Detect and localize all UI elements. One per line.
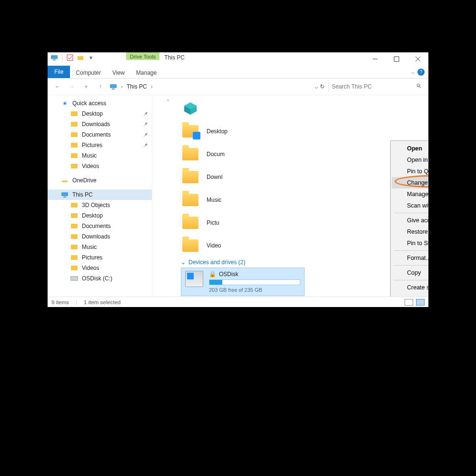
drive-name-visible: OSDisk	[219, 271, 238, 278]
folder-label: Pictu	[207, 219, 219, 226]
folder-icon	[70, 110, 78, 118]
menu-separator	[394, 265, 428, 266]
menu-item-open-in-new-window[interactable]: Open in new window	[392, 154, 428, 166]
sidebar-item-downloads[interactable]: Downloads	[48, 231, 152, 242]
cube-icon	[181, 99, 200, 118]
sidebar-item-music[interactable]: Music	[48, 242, 152, 252]
back-button[interactable]: ←	[52, 81, 63, 92]
status-bar: 9 items | 1 item selected	[48, 297, 428, 307]
sidebar-item-downloads[interactable]: Downloads📌︎	[48, 119, 152, 129]
nav-quick-access[interactable]: ★ Quick access	[48, 98, 152, 109]
context-menu: OpenOpen in new windowPin to Quick acces…	[390, 140, 428, 297]
menu-item-give-access-to[interactable]: Give access to›	[392, 215, 428, 226]
menu-item-format-[interactable]: Format...	[392, 252, 428, 264]
nav-onedrive[interactable]: ▬ OneDrive	[48, 175, 152, 186]
recent-locations-button[interactable]: ▾	[81, 81, 91, 92]
menu-separator	[394, 280, 428, 280]
menu-separator	[394, 250, 428, 251]
forward-button[interactable]: →	[67, 81, 77, 92]
sidebar-item-documents[interactable]: Documents📌︎	[48, 129, 152, 140]
folder-label: Downl	[207, 174, 222, 180]
folder-icon	[181, 122, 200, 141]
list-item[interactable]	[181, 97, 428, 120]
sidebar-item-desktop[interactable]: Desktop	[48, 210, 152, 221]
folder-icon	[70, 201, 78, 209]
search-input[interactable]	[328, 82, 424, 91]
folder-icon	[181, 236, 200, 255]
tiles-view-button[interactable]	[416, 299, 425, 306]
address-dropdown-icon[interactable]: ⌵	[315, 83, 318, 90]
explorer-window: ▾ Drive Tools This PC File Computer View…	[48, 52, 428, 307]
menu-item-copy[interactable]: Copy	[392, 267, 428, 278]
tab-computer[interactable]: Computer	[70, 68, 107, 78]
menu-item-open[interactable]: Open	[392, 143, 428, 154]
folder-icon	[70, 141, 78, 149]
lock-icon: 🔒	[209, 271, 216, 278]
drive-tile-osdisk[interactable]: 🔒 OSDisk (C:) OSDisk 203 GB free of 235 …	[181, 268, 305, 296]
sidebar-item-documents[interactable]: Documents	[48, 221, 152, 231]
refresh-button[interactable]: ↻	[320, 83, 325, 90]
tab-manage[interactable]: Manage	[130, 68, 162, 78]
up-button[interactable]: ↑	[95, 81, 106, 92]
menu-separator	[394, 213, 428, 213]
tab-file[interactable]: File	[48, 66, 70, 78]
sidebar-item-music[interactable]: Music	[48, 150, 152, 161]
properties-icon[interactable]	[66, 54, 74, 61]
folder-label: Docum	[207, 151, 225, 158]
scroll-up-icon[interactable]: ˄	[167, 99, 169, 106]
menu-item-create-shortcut[interactable]: Create shortcut	[392, 282, 428, 293]
list-item[interactable]: Desktop	[181, 120, 428, 143]
sidebar-item-desktop[interactable]: Desktop📌︎	[48, 109, 152, 119]
menu-item-change-bitlocker-pin[interactable]: Change BitLocker PIN	[392, 177, 428, 188]
sidebar-item-videos[interactable]: Videos	[48, 263, 152, 273]
close-button[interactable]	[407, 52, 428, 66]
folder-label: Music	[207, 197, 221, 203]
star-icon: ★	[61, 99, 69, 107]
sidebar-item-videos[interactable]: Videos	[48, 161, 152, 171]
address-bar: ← → ▾ ↑ › This PC › ⌵ ↻ 🔍︎	[48, 79, 428, 95]
svg-rect-0	[51, 55, 58, 59]
this-pc-icon	[50, 54, 58, 61]
new-folder-icon[interactable]	[77, 54, 84, 61]
menu-item-rename[interactable]: Rename	[392, 293, 428, 297]
menu-item-scan-with-sophos-anti-virus[interactable]: Scan with Sophos Anti-Virus	[392, 200, 428, 211]
drive-free-text: 203 GB free of 235 GB	[209, 287, 300, 293]
cloud-icon: ▬	[61, 177, 69, 184]
folder-icon	[70, 222, 78, 230]
minimize-button[interactable]	[364, 52, 386, 66]
sidebar-item-pictures[interactable]: Pictures📌︎	[48, 140, 152, 150]
folder-icon	[70, 264, 78, 272]
menu-item-restore-previous-versions[interactable]: Restore previous versions	[392, 226, 428, 238]
status-selected-count: 1 item selected	[84, 299, 120, 305]
menu-item-pin-to-start[interactable]: Pin to Start	[392, 238, 428, 249]
menu-item-manage-bitlocker[interactable]: Manage BitLocker	[392, 188, 428, 200]
svg-rect-3	[78, 56, 83, 60]
separator	[62, 54, 62, 61]
nav-this-pc[interactable]: This PC	[48, 189, 152, 200]
svg-rect-2	[67, 55, 73, 60]
tab-view[interactable]: View	[107, 68, 130, 78]
breadcrumb-this-pc[interactable]: This PC	[127, 83, 147, 90]
pin-icon: 📌︎	[143, 142, 148, 148]
menu-item-pin-to-quick-access[interactable]: Pin to Quick access	[392, 166, 428, 177]
sidebar-item-pictures[interactable]: Pictures	[48, 252, 152, 263]
breadcrumb-caret[interactable]: ›	[151, 83, 153, 90]
maximize-button[interactable]	[386, 52, 407, 66]
svg-rect-1	[53, 60, 56, 60]
folder-icon	[70, 212, 78, 219]
qat-dropdown-icon[interactable]: ▾	[87, 54, 95, 61]
folder-icon	[70, 162, 78, 170]
sidebar-item-osdisk-c-[interactable]: OSDisk (C:)	[48, 273, 152, 284]
sidebar-item-3d-objects[interactable]: 3D Objects	[48, 200, 152, 210]
details-view-button[interactable]	[405, 299, 413, 306]
help-icon[interactable]: ?	[417, 69, 425, 76]
folder-icon	[181, 145, 200, 164]
ribbon-collapse-icon[interactable]: ⌵	[411, 69, 415, 75]
svg-rect-11	[63, 197, 66, 198]
folder-icon	[181, 168, 200, 187]
this-pc-icon	[61, 191, 69, 198]
drive-icon	[70, 275, 78, 282]
pin-icon: 📌︎	[143, 132, 148, 138]
svg-rect-10	[61, 192, 68, 196]
breadcrumb-caret[interactable]: ›	[121, 83, 123, 90]
